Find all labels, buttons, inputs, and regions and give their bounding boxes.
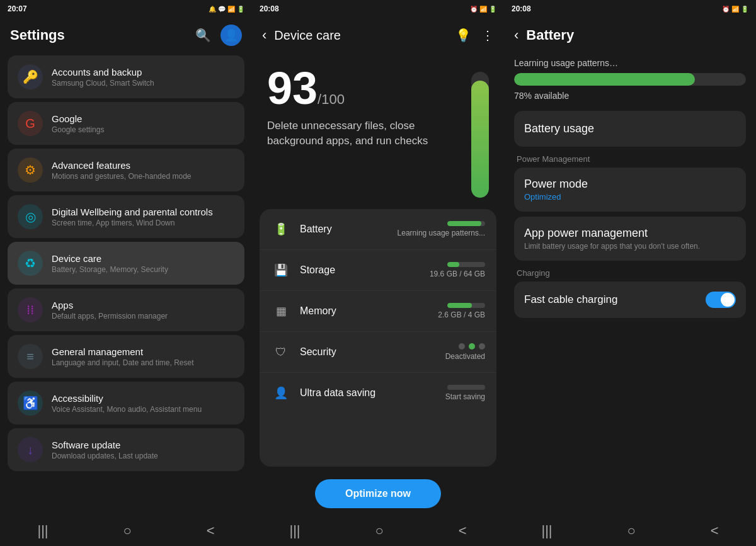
accessibility-text: Accessibility Voice Assistant, Mono audi…	[52, 393, 234, 414]
power-mode-title: Power mode	[524, 178, 736, 191]
fast-charge-toggle[interactable]	[706, 292, 736, 308]
fast-charge-title: Fast cable charging	[524, 293, 617, 306]
more-options-icon[interactable]: ⋮	[481, 28, 494, 43]
score-number: 93	[267, 63, 318, 113]
optimize-now-button[interactable]: Optimize now	[315, 479, 441, 508]
time-2: 20:08	[260, 4, 279, 13]
back-button-3[interactable]: ‹	[514, 27, 518, 43]
memory-care-title: Memory	[300, 305, 438, 317]
back-button-nav-3[interactable]: <	[698, 518, 731, 544]
time-3: 20:08	[512, 4, 531, 13]
toggle-dot-2	[469, 343, 475, 350]
bottom-nav-3: ||| ○ <	[504, 516, 756, 546]
battery-icon-3: 🔋	[741, 6, 748, 13]
wifi-icon-3: 📶	[731, 6, 739, 13]
software-subtitle: Download updates, Last update	[52, 452, 234, 460]
power-mode-item[interactable]: Power mode Optimized	[514, 168, 746, 212]
home-button[interactable]: ○	[110, 518, 144, 544]
search-button[interactable]: 🔍	[193, 25, 213, 45]
google-title: Google	[52, 113, 234, 124]
care-item-storage[interactable]: 💾 Storage 19.6 GB / 64 GB	[260, 250, 496, 291]
status-icons-2: ⏰ 📶 🔋	[470, 6, 496, 13]
storage-mini-fill	[447, 262, 459, 267]
wellbeing-text: Digital Wellbeing and parental controls …	[52, 207, 234, 227]
battery-header: ‹ Battery	[504, 18, 756, 53]
score-left: 93/100 Delete unnecessary files, close b…	[267, 65, 459, 149]
header-actions: 💡 ⋮	[455, 28, 494, 43]
status-bar-1: 20:07 🔔 💬 📶 🔋	[0, 0, 252, 18]
device-care-panel: 20:08 ⏰ 📶 🔋 ‹ Device care 💡 ⋮ 93/100 Del…	[252, 0, 504, 546]
avatar-icon: 👤	[224, 28, 238, 42]
care-item-battery[interactable]: 🔋 Battery Learning usage patterns...	[260, 209, 496, 250]
accessibility-title: Accessibility	[52, 393, 234, 404]
battery-title: Battery	[526, 27, 746, 43]
settings-item-accessibility[interactable]: ♿ Accessibility Voice Assistant, Mono au…	[8, 382, 244, 424]
general-icon: ≡	[18, 344, 43, 369]
care-item-security-text: Security	[300, 346, 445, 358]
battery-usage-title: Battery usage	[524, 122, 736, 135]
settings-item-general[interactable]: ≡ General management Language and input,…	[8, 335, 244, 378]
settings-item-advanced[interactable]: ⚙ Advanced features Motions and gestures…	[8, 149, 244, 191]
bulb-icon[interactable]: 💡	[455, 28, 471, 43]
software-icon: ↓	[18, 437, 43, 462]
accounts-subtitle: Samsung Cloud, Smart Switch	[52, 79, 234, 88]
settings-item-software[interactable]: ↓ Software update Download updates, Last…	[8, 428, 244, 471]
learning-label: Learning usage patterns…	[514, 58, 746, 68]
care-item-memory[interactable]: ▦ Memory 2.6 GB / 4 GB	[260, 291, 496, 332]
apps-icon: ⁞⁞	[18, 297, 43, 322]
score-bar-fill	[471, 81, 489, 198]
care-item-security[interactable]: 🛡 Security Deactivated	[260, 332, 496, 373]
notification-icon: 🔔	[209, 6, 216, 13]
settings-item-wellbeing[interactable]: ◎ Digital Wellbeing and parental control…	[8, 195, 244, 238]
back-button[interactable]: <	[194, 518, 227, 544]
home-button-3[interactable]: ○	[614, 518, 648, 544]
settings-header: Settings 🔍 👤	[0, 18, 252, 53]
toggle-dot-3	[479, 343, 485, 350]
battery-usage-item[interactable]: Battery usage	[514, 111, 746, 147]
back-button-nav-2[interactable]: <	[446, 518, 479, 544]
security-care-right: Deactivated	[445, 343, 485, 361]
battery-progress-track	[514, 73, 746, 86]
recent-apps-button-2[interactable]: |||	[277, 518, 312, 544]
battery-care-title: Battery	[300, 224, 398, 235]
storage-value: 19.6 GB / 64 GB	[430, 270, 485, 278]
alarm-icon: ⏰	[470, 6, 478, 13]
apps-title: Apps	[52, 300, 234, 310]
settings-item-device-care[interactable]: ♻ Device care Battery, Storage, Memory, …	[8, 242, 244, 285]
recent-apps-button-3[interactable]: |||	[529, 518, 564, 544]
settings-item-accounts[interactable]: 🔑 Accounts and backup Samsung Cloud, Sma…	[8, 55, 244, 98]
status-icons-1: 🔔 💬 📶 🔋	[209, 6, 244, 13]
care-item-battery-text: Battery	[300, 224, 398, 235]
general-title: General management	[52, 346, 234, 357]
ultra-mini-bar	[447, 385, 485, 390]
wellbeing-title: Digital Wellbeing and parental controls	[52, 207, 234, 217]
ultra-care-title: Ultra data saving	[300, 387, 445, 399]
apps-text: Apps Default apps, Permission manager	[52, 300, 234, 321]
settings-item-google[interactable]: G Google Google settings	[8, 102, 244, 145]
user-avatar[interactable]: 👤	[220, 25, 242, 46]
search-icon: 🔍	[195, 28, 211, 43]
security-toggles	[459, 343, 485, 350]
bottom-nav-2: ||| ○ <	[252, 516, 504, 546]
fast-charge-item[interactable]: Fast cable charging	[524, 292, 736, 308]
google-icon: G	[18, 111, 43, 136]
wellbeing-icon: ◎	[18, 204, 43, 229]
storage-care-right: 19.6 GB / 64 GB	[430, 262, 485, 278]
care-item-ultra[interactable]: 👤 Ultra data saving Start saving	[260, 373, 496, 413]
settings-item-apps[interactable]: ⁞⁞ Apps Default apps, Permission manager	[8, 288, 244, 331]
software-title: Software update	[52, 440, 234, 450]
security-care-title: Security	[300, 346, 445, 358]
battery-care-right: Learning usage patterns...	[398, 221, 485, 237]
battery-mini-fill	[447, 221, 481, 226]
home-button-2[interactable]: ○	[362, 518, 396, 544]
app-power-item[interactable]: App power management Limit battery usage…	[514, 217, 746, 261]
recent-apps-button[interactable]: |||	[25, 518, 60, 544]
battery-status: Learning usage patterns...	[398, 229, 485, 237]
settings-title: Settings	[10, 27, 185, 43]
power-mode-value: Optimized	[524, 192, 736, 202]
charging-label: Charging	[517, 268, 746, 278]
memory-value: 2.6 GB / 4 GB	[438, 310, 485, 319]
back-button-2[interactable]: ‹	[262, 27, 266, 43]
general-subtitle: Language and input, Date and time, Reset	[52, 358, 234, 367]
app-power-title: App power management	[524, 227, 736, 240]
